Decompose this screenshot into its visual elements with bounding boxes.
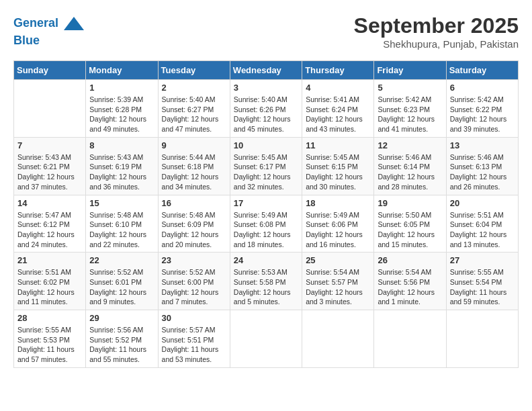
cell-info: Sunrise: 5:52 AMSunset: 6:01 PMDaylight:… <box>89 267 154 307</box>
calendar-cell: 23 Sunrise: 5:52 AMSunset: 6:00 PMDaylig… <box>158 253 230 310</box>
day-number: 8 <box>89 140 154 150</box>
calendar-cell: 11 Sunrise: 5:45 AMSunset: 6:15 PMDaylig… <box>302 137 374 195</box>
cell-info: Sunrise: 5:48 AMSunset: 6:10 PMDaylight:… <box>89 210 154 250</box>
calendar-cell: 4 Sunrise: 5:41 AMSunset: 6:24 PMDayligh… <box>302 80 374 138</box>
calendar-cell: 5 Sunrise: 5:42 AMSunset: 6:23 PMDayligh… <box>374 80 446 138</box>
day-number: 17 <box>234 198 298 208</box>
title-block: September 2025 Shekhupura, Punjab, Pakis… <box>354 13 519 50</box>
page-header: General Blue September 2025 Shekhupura, … <box>13 13 519 50</box>
calendar-week-4: 21 Sunrise: 5:51 AMSunset: 6:02 PMDaylig… <box>14 253 519 310</box>
cell-info: Sunrise: 5:55 AMSunset: 5:54 PMDaylight:… <box>450 267 515 307</box>
day-number: 14 <box>17 198 82 208</box>
day-number: 15 <box>89 198 154 208</box>
cell-info: Sunrise: 5:45 AMSunset: 6:15 PMDaylight:… <box>306 152 370 192</box>
day-number: 4 <box>306 83 370 93</box>
calendar-cell: 9 Sunrise: 5:44 AMSunset: 6:18 PMDayligh… <box>158 137 230 195</box>
cell-info: Sunrise: 5:50 AMSunset: 6:05 PMDaylight:… <box>378 210 442 250</box>
calendar-cell: 18 Sunrise: 5:49 AMSunset: 6:06 PMDaylig… <box>302 195 374 253</box>
calendar-cell <box>446 310 518 368</box>
calendar-cell: 22 Sunrise: 5:52 AMSunset: 6:01 PMDaylig… <box>86 253 158 310</box>
day-number: 25 <box>306 255 370 265</box>
cell-info: Sunrise: 5:46 AMSunset: 6:13 PMDaylight:… <box>450 152 515 192</box>
cell-info: Sunrise: 5:54 AMSunset: 5:56 PMDaylight:… <box>378 267 442 307</box>
header-monday: Monday <box>86 61 158 80</box>
logo: General Blue <box>13 13 84 48</box>
header-thursday: Thursday <box>302 61 374 80</box>
calendar-week-2: 7 Sunrise: 5:43 AMSunset: 6:21 PMDayligh… <box>14 137 519 195</box>
calendar-cell: 20 Sunrise: 5:51 AMSunset: 6:04 PMDaylig… <box>446 195 518 253</box>
day-number: 2 <box>162 83 226 93</box>
calendar-cell: 15 Sunrise: 5:48 AMSunset: 6:10 PMDaylig… <box>86 195 158 253</box>
day-number: 24 <box>234 255 298 265</box>
day-number: 30 <box>162 313 226 323</box>
calendar-cell: 16 Sunrise: 5:48 AMSunset: 6:09 PMDaylig… <box>158 195 230 253</box>
cell-info: Sunrise: 5:42 AMSunset: 6:23 PMDaylight:… <box>378 95 442 134</box>
calendar-cell: 30 Sunrise: 5:57 AMSunset: 5:51 PMDaylig… <box>158 310 230 368</box>
calendar-cell: 28 Sunrise: 5:55 AMSunset: 5:53 PMDaylig… <box>14 310 86 368</box>
cell-info: Sunrise: 5:56 AMSunset: 5:52 PMDaylight:… <box>89 325 154 365</box>
calendar-week-1: 1 Sunrise: 5:39 AMSunset: 6:28 PMDayligh… <box>14 80 519 138</box>
header-saturday: Saturday <box>446 61 518 80</box>
day-number: 16 <box>162 198 226 208</box>
day-number: 10 <box>234 140 298 150</box>
day-number: 21 <box>17 255 82 265</box>
day-number: 23 <box>162 255 226 265</box>
cell-info: Sunrise: 5:55 AMSunset: 5:53 PMDaylight:… <box>17 325 82 365</box>
cell-info: Sunrise: 5:47 AMSunset: 6:12 PMDaylight:… <box>17 210 82 250</box>
day-number: 11 <box>306 140 370 150</box>
cell-info: Sunrise: 5:49 AMSunset: 6:08 PMDaylight:… <box>234 210 298 250</box>
day-number: 20 <box>450 198 515 208</box>
day-number: 6 <box>450 83 515 93</box>
day-number: 22 <box>89 255 154 265</box>
cell-info: Sunrise: 5:51 AMSunset: 6:02 PMDaylight:… <box>17 267 82 307</box>
calendar-week-5: 28 Sunrise: 5:55 AMSunset: 5:53 PMDaylig… <box>14 310 519 368</box>
day-number: 9 <box>162 140 226 150</box>
day-number: 5 <box>378 83 442 93</box>
month-title: September 2025 <box>354 13 519 38</box>
day-number: 18 <box>306 198 370 208</box>
cell-info: Sunrise: 5:39 AMSunset: 6:28 PMDaylight:… <box>89 95 154 134</box>
day-number: 7 <box>17 140 82 150</box>
calendar-cell: 13 Sunrise: 5:46 AMSunset: 6:13 PMDaylig… <box>446 137 518 195</box>
calendar-cell: 2 Sunrise: 5:40 AMSunset: 6:27 PMDayligh… <box>158 80 230 138</box>
calendar-cell: 27 Sunrise: 5:55 AMSunset: 5:54 PMDaylig… <box>446 253 518 310</box>
header-friday: Friday <box>374 61 446 80</box>
cell-info: Sunrise: 5:41 AMSunset: 6:24 PMDaylight:… <box>306 95 370 134</box>
calendar-cell: 26 Sunrise: 5:54 AMSunset: 5:56 PMDaylig… <box>374 253 446 310</box>
cell-info: Sunrise: 5:45 AMSunset: 6:17 PMDaylight:… <box>234 152 298 192</box>
cell-info: Sunrise: 5:54 AMSunset: 5:57 PMDaylight:… <box>306 267 370 307</box>
cell-info: Sunrise: 5:42 AMSunset: 6:22 PMDaylight:… <box>450 95 515 134</box>
cell-info: Sunrise: 5:40 AMSunset: 6:27 PMDaylight:… <box>162 95 226 134</box>
day-number: 13 <box>450 140 515 150</box>
calendar-cell: 6 Sunrise: 5:42 AMSunset: 6:22 PMDayligh… <box>446 80 518 138</box>
cell-info: Sunrise: 5:53 AMSunset: 5:58 PMDaylight:… <box>234 267 298 307</box>
day-number: 26 <box>378 255 442 265</box>
calendar-cell <box>230 310 302 368</box>
day-number: 27 <box>450 255 515 265</box>
day-number: 29 <box>89 313 154 323</box>
calendar-cell: 25 Sunrise: 5:54 AMSunset: 5:57 PMDaylig… <box>302 253 374 310</box>
day-number: 19 <box>378 198 442 208</box>
calendar-cell: 17 Sunrise: 5:49 AMSunset: 6:08 PMDaylig… <box>230 195 302 253</box>
location: Shekhupura, Punjab, Pakistan <box>354 38 519 50</box>
cell-info: Sunrise: 5:40 AMSunset: 6:26 PMDaylight:… <box>234 95 298 134</box>
cell-info: Sunrise: 5:52 AMSunset: 6:00 PMDaylight:… <box>162 267 226 307</box>
day-number: 3 <box>234 83 298 93</box>
day-number: 1 <box>89 83 154 93</box>
calendar-cell: 29 Sunrise: 5:56 AMSunset: 5:52 PMDaylig… <box>86 310 158 368</box>
header-tuesday: Tuesday <box>158 61 230 80</box>
calendar-week-3: 14 Sunrise: 5:47 AMSunset: 6:12 PMDaylig… <box>14 195 519 253</box>
logo-text: General <box>13 13 84 34</box>
calendar-cell: 10 Sunrise: 5:45 AMSunset: 6:17 PMDaylig… <box>230 137 302 195</box>
calendar-header-row: SundayMondayTuesdayWednesdayThursdayFrid… <box>14 61 519 80</box>
calendar-cell: 21 Sunrise: 5:51 AMSunset: 6:02 PMDaylig… <box>14 253 86 310</box>
cell-info: Sunrise: 5:57 AMSunset: 5:51 PMDaylight:… <box>162 325 226 365</box>
cell-info: Sunrise: 5:46 AMSunset: 6:14 PMDaylight:… <box>378 152 442 192</box>
calendar-cell: 7 Sunrise: 5:43 AMSunset: 6:21 PMDayligh… <box>14 137 86 195</box>
header-sunday: Sunday <box>14 61 86 80</box>
calendar-cell: 14 Sunrise: 5:47 AMSunset: 6:12 PMDaylig… <box>14 195 86 253</box>
day-number: 28 <box>17 313 82 323</box>
calendar-cell <box>302 310 374 368</box>
header-wednesday: Wednesday <box>230 61 302 80</box>
cell-info: Sunrise: 5:43 AMSunset: 6:19 PMDaylight:… <box>89 152 154 192</box>
